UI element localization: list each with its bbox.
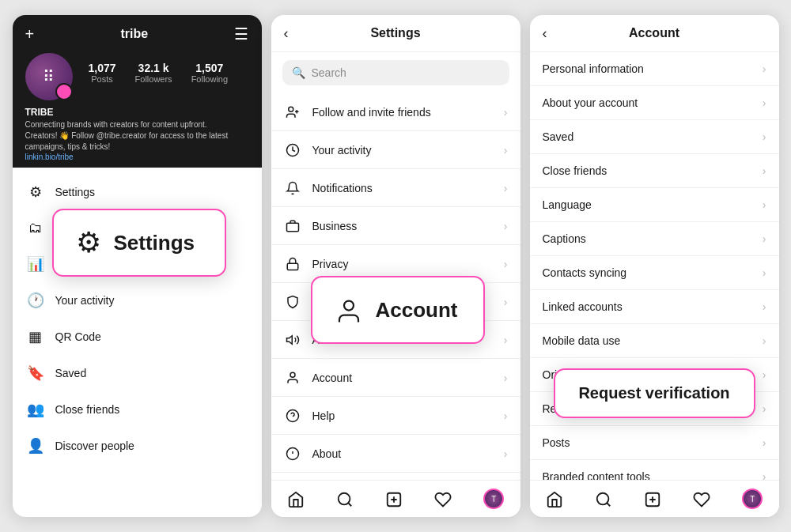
search-bar[interactable]: 🔍 Search — [282, 60, 509, 85]
settings-popup: ⚙ Settings — [52, 209, 226, 277]
bottom-nav: T — [271, 480, 520, 517]
account-label-posts: Posts — [543, 436, 570, 449]
account-item-language[interactable]: Language › — [530, 188, 779, 222]
about-icon — [284, 445, 301, 462]
account-label-personal-info: Personal information — [543, 62, 644, 75]
chevron-icon: › — [504, 144, 508, 157]
svg-line-20 — [607, 503, 610, 506]
sidebar-item-qr[interactable]: ▦ QR Code — [13, 319, 262, 355]
chevron-icon: › — [763, 368, 766, 381]
chevron-icon: › — [763, 436, 766, 449]
saved-icon: 🔖 — [27, 364, 44, 382]
sidebar-item-saved[interactable]: 🔖 Saved — [13, 355, 262, 391]
account-item-captions[interactable]: Captions › — [530, 222, 779, 256]
follow-icon — [284, 104, 301, 120]
security-icon — [284, 293, 301, 310]
profile-username: tribe — [121, 27, 149, 41]
profile-nav-icon[interactable]: T — [742, 489, 763, 509]
account-item-branded[interactable]: Branded content tools › — [530, 460, 779, 480]
sidebar-item-settings[interactable]: ⚙ Settings — [13, 174, 262, 210]
heart-nav-icon[interactable] — [693, 489, 710, 509]
sidebar-item-activity[interactable]: 🕐 Your activity — [13, 282, 262, 319]
settings-label-account: Account — [312, 372, 353, 384]
add-icon[interactable]: + — [25, 25, 35, 43]
chevron-icon: › — [504, 372, 508, 384]
account-label-about: About your account — [543, 96, 638, 109]
settings-label-business: Business — [312, 220, 358, 232]
svg-point-14 — [339, 493, 350, 505]
menu-label-close-friends: Close friends — [55, 403, 120, 416]
back-button[interactable]: ‹ — [543, 25, 547, 42]
close-friends-icon: 👥 — [27, 401, 44, 418]
chevron-icon: › — [504, 447, 508, 460]
account-label-linked: Linked accounts — [543, 300, 623, 313]
account-item-saved[interactable]: Saved › — [530, 120, 779, 154]
settings-label-help: Help — [312, 409, 335, 422]
chevron-icon: › — [504, 220, 508, 232]
menu-label-activity: Your activity — [55, 294, 115, 307]
chevron-icon: › — [504, 296, 508, 308]
settings-item-account[interactable]: Account › — [271, 359, 520, 397]
svg-rect-4 — [286, 224, 298, 232]
chevron-icon: › — [763, 232, 766, 245]
chevron-icon: › — [763, 198, 766, 211]
chevron-icon: › — [763, 300, 766, 313]
search-nav-icon[interactable] — [595, 489, 612, 509]
settings-item-help[interactable]: Help › — [271, 397, 520, 435]
chevron-icon: › — [504, 182, 508, 194]
bottom-nav: T — [530, 480, 779, 517]
home-nav-icon[interactable] — [287, 489, 305, 509]
settings-label-notifications: Notifications — [312, 182, 373, 194]
profile-link[interactable]: linkin.bio/tribe — [25, 153, 249, 161]
business-icon — [284, 217, 301, 234]
profile-nav-icon[interactable]: T — [483, 489, 504, 509]
settings-popup-icon: ⚙ — [76, 226, 101, 259]
help-icon — [284, 407, 301, 424]
avatar[interactable]: ⠿ — [25, 53, 73, 100]
account-item-about[interactable]: About your account › — [530, 86, 779, 120]
settings-item-follow[interactable]: Follow and invite friends › — [271, 93, 520, 131]
settings-item-about[interactable]: About › — [271, 435, 520, 473]
chevron-icon: › — [504, 258, 508, 270]
settings-label-activity: Your activity — [312, 144, 372, 157]
account-item-close-friends[interactable]: Close friends › — [530, 154, 779, 188]
settings-label-privacy: Privacy — [312, 258, 349, 270]
menu-label-settings: Settings — [55, 186, 96, 198]
account-label-saved: Saved — [543, 130, 574, 143]
search-icon: 🔍 — [292, 66, 305, 79]
heart-nav-icon[interactable] — [434, 489, 452, 509]
sidebar-item-discover[interactable]: 👤 Discover people — [13, 428, 262, 464]
qr-icon: ▦ — [27, 328, 44, 345]
svg-line-15 — [348, 503, 351, 506]
account-header: ‹ Account — [530, 15, 779, 52]
settings-item-business[interactable]: Business › — [271, 207, 520, 245]
settings-item-activity[interactable]: Your activity › — [271, 131, 520, 169]
back-button[interactable]: ‹ — [284, 25, 289, 42]
svg-point-0 — [288, 108, 293, 112]
menu-label-qr: QR Code — [55, 330, 101, 343]
account-item-contacts[interactable]: Contacts syncing › — [530, 256, 779, 290]
chevron-icon: › — [504, 106, 508, 119]
account-label-contacts: Contacts syncing — [543, 266, 627, 279]
menu-icon[interactable]: ☰ — [234, 25, 248, 43]
privacy-icon — [284, 255, 301, 272]
settings-title: Settings — [370, 26, 420, 40]
menu-label-saved: Saved — [55, 367, 87, 379]
account-item-mobile[interactable]: Mobile data use › — [530, 324, 779, 358]
chevron-icon: › — [504, 334, 508, 346]
settings-header: ‹ Settings — [271, 15, 520, 52]
account-item-linked[interactable]: Linked accounts › — [530, 290, 779, 324]
chevron-icon: › — [763, 266, 766, 279]
sidebar-item-close-friends[interactable]: 👥 Close friends — [13, 391, 262, 428]
logins-section-label: Logins — [271, 473, 520, 480]
account-item-personal-info[interactable]: Personal information › — [530, 52, 779, 86]
settings-item-notifications[interactable]: Notifications › — [271, 169, 520, 207]
home-nav-icon[interactable] — [546, 489, 563, 509]
ads-icon — [284, 331, 301, 348]
add-nav-icon[interactable] — [385, 489, 403, 509]
discover-icon: 👤 — [27, 437, 44, 455]
add-nav-icon[interactable] — [644, 489, 661, 509]
search-nav-icon[interactable] — [336, 489, 354, 509]
account-item-posts[interactable]: Posts › — [530, 426, 779, 460]
settings-label-follow: Follow and invite friends — [312, 106, 431, 119]
